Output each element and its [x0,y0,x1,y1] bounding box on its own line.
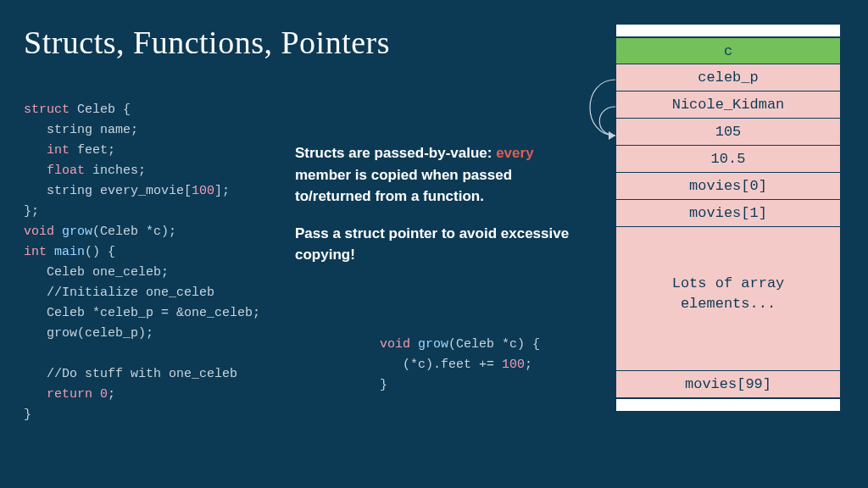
code-token: float [47,164,85,178]
code-token: Celeb one_celeb; [24,265,169,280]
pointer-arrows [573,68,617,186]
code-token: grow [418,337,448,352]
code-token: return [47,387,92,402]
annotation-p1: Structs are passed-by-value: every membe… [295,142,575,208]
code-token: grow(celeb_p); [24,326,153,341]
code-token: int [24,245,47,259]
code-token: string every_movie[ [24,184,192,198]
code-token: 100 [192,184,214,198]
annotation-highlight: every [496,145,533,161]
code-token [54,225,62,239]
code-token [92,387,100,402]
code-token: ; [525,358,532,372]
code-token: 0 [100,387,108,402]
code-token: }; [24,204,39,219]
stack-cell-movies-0: movies[0] [615,173,841,200]
code-token [24,143,47,158]
code-token: ; [108,387,115,402]
stack-cell-movies-1: movies[1] [615,200,841,227]
code-token: (Celeb *c) { [448,337,540,352]
code-token: } [380,378,387,392]
code-token [410,337,418,352]
stack-top-bar [615,24,841,37]
code-token: inches; [85,164,146,178]
stack-cell-c: c [615,37,841,64]
code-block-right: void grow(Celeb *c) { (*c).feet += 100; … [380,335,540,396]
code-token [24,387,47,402]
code-token: Celeb { [70,103,131,117]
code-token: string name; [24,123,138,137]
stack-cell-lots: Lots of arrayelements... [615,227,841,371]
slide-title: Structs, Functions, Pointers [24,24,390,61]
annotation-text: member is copied when passed to/returned… [295,167,512,205]
annotation-text: Structs are passed-by-value: [295,145,496,161]
code-token: void [380,337,410,352]
code-block-left: struct Celeb { string name; int feet; fl… [24,100,260,425]
code-token: () { [85,245,115,259]
annotation-block: Structs are passed-by-value: every membe… [295,142,575,281]
stack-cell-celeb-p: celeb_p [615,64,841,92]
code-token: ]; [214,184,230,198]
code-token: (*c).feet += [380,358,502,372]
code-token: void [24,225,54,239]
code-token: //Initialize one_celeb [24,286,214,300]
stack-cell-inches: 10.5 [615,146,841,173]
code-token: 100 [502,358,525,372]
stack-cell-movies-99: movies[99] [615,371,841,398]
stack-cell-feet: 105 [615,119,841,146]
code-token: } [24,408,31,422]
code-token: (Celeb *c); [92,225,176,239]
annotation-p2: Pass a struct pointer to avoid excessive… [295,223,575,266]
code-token [47,245,54,259]
code-token: feet; [70,143,115,158]
code-token: int [47,143,70,158]
memory-stack-diagram: c celeb_p Nicole_Kidman 105 10.5 movies[… [615,24,841,412]
stack-bottom-bar [615,398,841,412]
code-token: main [54,245,85,259]
code-token: Celeb *celeb_p = &one_celeb; [24,306,260,320]
code-token: //Do stuff with one_celeb [24,367,237,381]
code-token: struct [24,103,70,117]
stack-cell-name: Nicole_Kidman [615,92,841,119]
code-token [24,164,47,178]
code-token: grow [62,225,92,239]
